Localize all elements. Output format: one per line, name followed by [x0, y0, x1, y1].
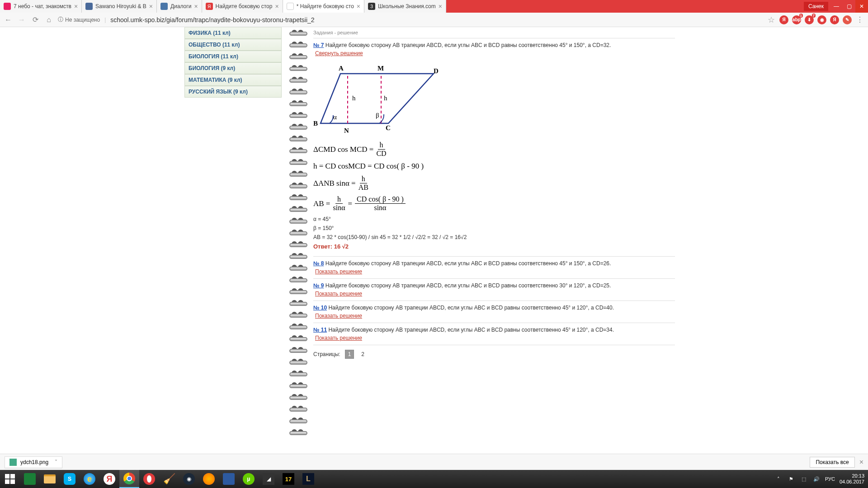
favicon-icon — [287, 3, 294, 10]
extension-icon[interactable]: ✎ — [843, 15, 852, 24]
browser-tab[interactable]: Диалоги × — [157, 0, 202, 13]
frac-bot: CD — [376, 150, 386, 157]
math-eq-2: h = CD cosMCD = CD cos( β - 90 ) — [313, 162, 675, 171]
browser-tab[interactable]: 7 небо - чат, знакомств × — [0, 0, 82, 13]
math-text: = — [348, 199, 353, 208]
task-utorrent[interactable]: µ — [239, 470, 259, 488]
close-icon[interactable]: × — [149, 3, 153, 10]
tray-volume-icon[interactable]: 🔊 — [812, 475, 821, 483]
pager-label: Страницы: — [313, 351, 340, 357]
problem-number[interactable]: № 8 — [313, 260, 324, 267]
sidebar-item-physics[interactable]: ФИЗИКА (11 кл) — [184, 27, 282, 39]
close-icon[interactable]: × — [859, 458, 863, 466]
notebook-spiral — [286, 27, 309, 454]
task-app[interactable]: ◢ — [259, 470, 278, 488]
extension-icon[interactable]: ⬇7 — [805, 15, 814, 24]
show-solution-link[interactable]: Показать решение — [315, 291, 362, 297]
chrome-user-button[interactable]: Санек — [804, 2, 828, 11]
extension-icon[interactable]: Я — [830, 15, 839, 24]
task-fifa17[interactable]: 17 — [278, 470, 298, 488]
label-beta: β — [376, 112, 379, 119]
task-steam[interactable]: ◉ — [179, 470, 199, 488]
problem-number[interactable]: № 10 — [313, 305, 327, 311]
close-icon[interactable]: × — [357, 3, 360, 10]
math-eq-1: ΔCMD cos MCD = hCD — [313, 141, 675, 157]
browser-tab[interactable]: Я Найдите боковую стор × — [202, 0, 283, 13]
label-C: C — [386, 124, 391, 132]
show-solution-link[interactable]: Показать решение — [315, 268, 362, 275]
task-firefox[interactable] — [199, 470, 219, 488]
sidebar-item-biology-11[interactable]: БИОЛОГИЯ (11 кл) — [184, 51, 282, 62]
svg-rect-5 — [5, 479, 9, 484]
url-text[interactable]: school.umk-spo.biz/gia/forum/trapc/naydi… — [110, 16, 763, 23]
window-close-icon[interactable]: ✕ — [855, 0, 868, 13]
insecure-badge[interactable]: ⓘ Не защищено — [58, 16, 100, 23]
problem-number[interactable]: № 9 — [313, 282, 324, 289]
tray-flag-icon[interactable]: ⚑ — [787, 475, 795, 483]
page-1[interactable]: 1 — [345, 350, 354, 359]
sidebar-item-biology-9[interactable]: БИОЛОГИЯ (9 кл) — [184, 62, 282, 74]
task-lol[interactable]: L — [298, 470, 318, 488]
close-icon[interactable]: × — [74, 3, 78, 10]
label-h2: h — [384, 94, 387, 102]
frac-top: h — [335, 196, 343, 204]
bookmark-star-icon[interactable]: ☆ — [768, 15, 775, 25]
task-ccleaner[interactable]: 🧹 — [159, 470, 179, 488]
show-solution-link[interactable]: Показать решение — [315, 335, 362, 341]
problem-text: Найдите боковую сторону AB трапеции ABCD… — [324, 260, 611, 267]
page-2[interactable]: 2 — [359, 350, 367, 358]
tray-chevron-icon[interactable]: ˄ — [774, 475, 783, 483]
forward-icon[interactable]: → — [17, 16, 26, 24]
extension-icon[interactable]: Я — [779, 15, 788, 24]
extension-icon[interactable]: ◉ — [817, 15, 826, 24]
browser-tab[interactable]: Sawano Hiroyuki & B × — [82, 0, 157, 13]
tab-title: Найдите боковую стор — [216, 3, 273, 9]
problem-8: № 8 Найдите боковую сторону AB трапеции … — [313, 257, 675, 279]
extensions: Я abp1 ⬇7 ◉ Я ✎ ⋮ — [779, 15, 864, 24]
browser-tab-strip: 7 небо - чат, знакомств × Sawano Hiroyuk… — [0, 0, 868, 13]
sidebar-item-social[interactable]: ОБЩЕСТВО (11 кл) — [184, 39, 282, 51]
browser-tab-active[interactable]: * Найдите боковую сто × — [283, 0, 364, 13]
back-icon[interactable]: ← — [4, 16, 13, 24]
reload-icon[interactable]: ⟳ — [31, 15, 40, 24]
task-chrome[interactable] — [119, 470, 139, 488]
math-text: ΔANB sinα = — [313, 179, 356, 188]
problem-text: Найдите боковую сторону AB трапеции ABCD… — [327, 305, 614, 311]
task-skype[interactable]: S — [60, 470, 80, 488]
tray-clock[interactable]: 20:13 04.06.2017 — [840, 473, 864, 485]
sidebar-item-russian[interactable]: РУССКИЙ ЯЗЫК (9 кл) — [184, 86, 282, 98]
task-store[interactable] — [20, 470, 40, 488]
download-shelf: ydch18.png ˅ Показать все × — [0, 454, 868, 470]
favicon-icon — [160, 3, 168, 10]
window-minimize-icon[interactable]: — — [830, 0, 843, 13]
problem-number[interactable]: № 11 — [313, 327, 327, 333]
home-icon[interactable]: ⌂ — [44, 16, 53, 24]
menu-icon[interactable]: ⋮ — [855, 15, 864, 24]
window-maximize-icon[interactable]: ▢ — [843, 0, 855, 13]
task-opera[interactable] — [139, 470, 159, 488]
close-icon[interactable]: × — [439, 3, 442, 10]
start-button[interactable] — [0, 470, 20, 488]
chevron-down-icon[interactable]: ˅ — [55, 459, 57, 465]
label-h1: h — [352, 94, 356, 102]
tab-title: Диалоги — [170, 3, 191, 9]
close-icon[interactable]: × — [194, 3, 198, 10]
task-vbox[interactable] — [219, 470, 239, 488]
close-icon[interactable]: × — [275, 3, 278, 10]
problem-number[interactable]: № 7 — [313, 42, 324, 48]
task-explorer[interactable] — [40, 470, 60, 488]
tray-network-icon[interactable]: ⬚ — [800, 475, 808, 483]
extension-icon[interactable]: abp1 — [792, 15, 801, 24]
download-item[interactable]: ydch18.png ˅ — [5, 456, 62, 468]
problem-9: № 9 Найдите боковую сторону AB трапеции … — [313, 279, 675, 301]
math-text: AB = — [313, 199, 330, 208]
label-M: M — [377, 65, 384, 72]
browser-tab[interactable]: З Школьные Знания.com × — [364, 0, 446, 13]
show-solution-link[interactable]: Показать решение — [315, 313, 362, 319]
show-all-downloads-button[interactable]: Показать все — [810, 457, 854, 468]
tray-language[interactable]: РУС — [825, 476, 835, 482]
collapse-solution-link[interactable]: Свернуть решение — [315, 50, 363, 56]
sidebar-item-math[interactable]: МАТЕМАТИКА (9 кл) — [184, 74, 282, 86]
task-ie[interactable]: e — [80, 470, 99, 488]
task-yandex[interactable]: Я — [99, 470, 119, 488]
